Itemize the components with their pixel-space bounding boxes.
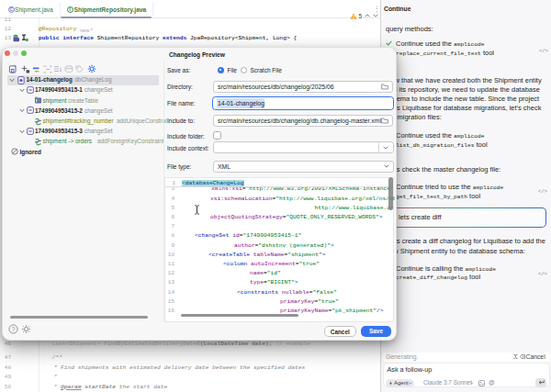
svg-text:?: ? bbox=[11, 326, 15, 332]
